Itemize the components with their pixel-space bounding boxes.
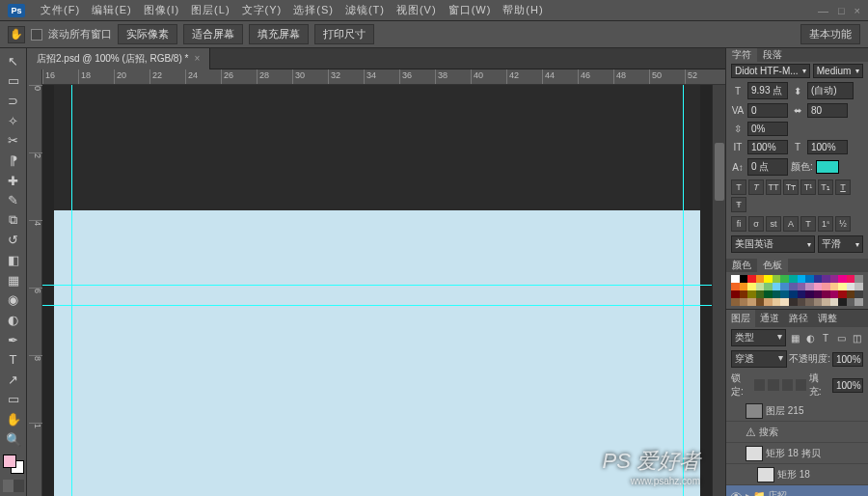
menu-file[interactable]: 文件(F) [35,3,86,17]
ot-t1[interactable]: T [800,216,816,232]
lock-trans-icon[interactable] [754,379,765,391]
swatch[interactable] [747,283,756,290]
swatch[interactable] [798,290,806,298]
hand-tool-icon[interactable]: ✋ [8,26,25,43]
menu-layer[interactable]: 图层(L) [185,3,235,17]
history-brush-icon[interactable]: ↺ [3,232,24,250]
swatch[interactable] [773,298,781,306]
close-icon[interactable]: × [854,5,860,16]
swatch[interactable] [838,275,847,283]
menu-filter[interactable]: 滤镜(T) [339,3,391,17]
swatch[interactable] [780,298,789,306]
swatch[interactable] [740,275,748,283]
swatch[interactable] [847,275,855,283]
menu-edit[interactable]: 编辑(E) [86,3,138,17]
swatch[interactable] [830,283,839,290]
kerning-input[interactable]: 0 [747,103,788,118]
tab-paths[interactable]: 路径 [784,310,813,327]
swatch[interactable] [756,290,765,298]
swatch[interactable] [756,283,765,290]
swatch[interactable] [756,275,765,283]
ot-a[interactable]: A [783,216,799,232]
print-size-button[interactable]: 打印尺寸 [314,24,374,44]
scrollbar-vertical[interactable] [712,85,725,496]
stamp-tool-icon[interactable]: ⧉ [3,211,24,230]
filter-adjust-icon[interactable]: ◐ [803,331,817,344]
opacity-input[interactable]: 100% [832,352,863,367]
swatch[interactable] [756,298,765,306]
filter-pixel-icon[interactable]: ▦ [788,331,801,344]
filter-type-icon[interactable]: T [819,331,832,344]
swatch[interactable] [854,283,863,290]
swatch[interactable] [773,290,781,298]
swatch[interactable] [830,275,839,283]
swatch[interactable] [838,298,847,306]
lock-all-icon[interactable] [796,379,806,391]
swatch[interactable] [838,290,847,298]
swatch[interactable] [740,283,748,290]
swatch[interactable] [854,298,863,306]
swatch[interactable] [740,298,748,306]
menu-select[interactable]: 选择(S) [287,3,339,17]
layer-row[interactable]: 矩形 18 拷贝 [726,443,868,464]
swatch[interactable] [830,290,839,298]
ot-1st[interactable]: 1ˢ [818,216,833,232]
fit-screen-button[interactable]: 适合屏幕 [183,24,243,44]
menu-image[interactable]: 图像(I) [138,3,185,17]
smallcaps-button[interactable]: Tᴛ [783,179,799,195]
swatch[interactable] [747,290,756,298]
swatch[interactable] [798,283,806,290]
swatch[interactable] [764,275,773,283]
swatch[interactable] [830,298,839,306]
swatch[interactable] [822,298,830,306]
tab-swatches[interactable]: 色板 [757,259,788,272]
ruler-horizontal[interactable]: 16182022242628303234363840424446485052 [27,69,725,85]
tab-channels[interactable]: 通道 [755,310,784,327]
visibility-icon[interactable]: 👁 [729,490,743,497]
vscale-input[interactable]: 100% [747,140,788,154]
swatch[interactable] [747,298,756,306]
swatch[interactable] [847,290,855,298]
bold-button[interactable]: T [731,179,746,195]
blur-tool-icon[interactable]: ◉ [3,291,24,310]
swatch[interactable] [822,283,830,290]
tab-close-icon[interactable]: × [194,53,200,64]
hscale-input[interactable]: 100% [807,140,848,154]
swatch[interactable] [805,283,814,290]
font-family-select[interactable]: Didot HTF-M... [731,64,810,78]
swatch[interactable] [814,298,823,306]
eraser-tool-icon[interactable]: ◧ [3,251,24,269]
strike-button[interactable]: Ŧ [731,197,746,212]
lasso-tool-icon[interactable]: ⊃ [3,92,24,110]
wand-tool-icon[interactable]: ✧ [3,112,24,130]
marquee-tool-icon[interactable]: ▭ [3,72,24,91]
hand-tool2-icon[interactable]: ✋ [3,410,24,428]
gradient-tool-icon[interactable]: ▦ [3,271,24,289]
menu-type[interactable]: 文字(Y) [236,3,288,17]
swatch[interactable] [814,275,823,283]
swatch[interactable] [798,275,806,283]
swatch[interactable] [773,275,781,283]
swatch[interactable] [731,275,740,283]
antialias-select[interactable]: 平滑 [818,235,863,253]
text-color-swatch[interactable] [816,160,839,174]
layer-row[interactable]: 👁▸ 📁店招 [726,485,868,496]
crop-tool-icon[interactable]: ✂ [3,132,24,151]
swatch[interactable] [789,298,798,306]
pen-tool-icon[interactable]: ✒ [3,331,24,349]
tab-color[interactable]: 颜色 [726,259,757,272]
swatch[interactable] [773,283,781,290]
tracking-input[interactable]: 80 [807,103,848,118]
swatch[interactable] [814,290,823,298]
menu-window[interactable]: 窗口(W) [443,3,498,17]
move-tool-icon[interactable]: ↖ [3,52,24,70]
swatch[interactable] [854,275,863,283]
subscript-button[interactable]: T₁ [818,179,833,195]
tab-layers[interactable]: 图层 [726,310,755,327]
menu-view[interactable]: 视图(V) [391,3,443,17]
blend-mode-select[interactable]: 穿透▾ [731,350,787,368]
baseline-input[interactable]: 0 点 [747,158,788,176]
scale-input[interactable]: 0% [747,122,788,136]
fg-color-swatch[interactable] [3,455,16,468]
ot-st[interactable]: st [766,216,781,232]
